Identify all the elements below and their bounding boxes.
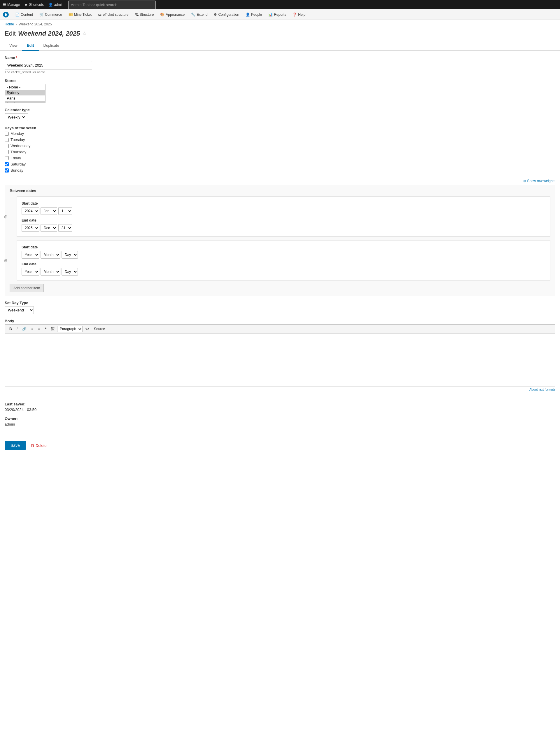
source-button[interactable]: Source <box>92 326 107 332</box>
start-year-select-1[interactable]: 2024 2023 2025 <box>22 207 39 215</box>
start-date-selects-1: 2024 2023 2025 Jan FebMarApr MayJunJul A… <box>22 207 545 215</box>
end-month-select-2[interactable]: Month JanFebMar AprMayJun JulAugSep OctN… <box>41 268 60 275</box>
start-month-select-1[interactable]: Jan FebMarApr MayJunJul AugSepOct NovDec <box>41 207 57 215</box>
admin-toolbar: ☰ Manage ★ Shortcuts 👤 admin <box>0 0 560 9</box>
start-month-select-2[interactable]: Month JanFebMar AprMayJun JulAugSep OctN… <box>41 251 60 258</box>
between-dates-wrapper: Between dates ⊕ Start date 2024 2023 202… <box>0 185 560 296</box>
numbered-list-button[interactable]: ≡ <box>36 326 42 332</box>
calendar-type-field-group: Calendar type Weekly Monthly Daily <box>5 108 555 121</box>
set-day-type-label: Set Day Type <box>5 301 555 305</box>
saturday-checkbox[interactable] <box>5 162 9 166</box>
set-day-type-select[interactable]: Weekend Weekday Holiday <box>5 306 34 314</box>
monday-checkbox[interactable] <box>5 132 9 136</box>
blockquote-button[interactable]: ❝ <box>43 326 48 332</box>
end-year-select-2[interactable]: Year 20242025 <box>22 268 39 275</box>
eticket-icon: 🎟 <box>98 13 101 17</box>
nav-people[interactable]: 👤 People <box>243 9 265 20</box>
drupal-logo[interactable] <box>2 11 9 18</box>
nav-content[interactable]: 📄 Content <box>12 9 36 20</box>
stores-label: Stores <box>5 78 555 83</box>
format-select[interactable]: Paragraph Heading 1 Heading 2 <box>57 326 83 332</box>
user-icon: 👤 <box>48 3 53 7</box>
footer-actions: Save 🗑 Delete <box>0 436 560 455</box>
date-row-2: ⊕ Start date Year 2024 2025 Month JanFeb… <box>10 240 550 280</box>
day-saturday[interactable]: Saturday <box>5 162 555 166</box>
drag-handle-1[interactable]: ⊕ <box>4 214 8 219</box>
delete-button[interactable]: 🗑 Delete <box>30 443 47 448</box>
set-day-type-group: Set Day Type Weekend Weekday Holiday <box>5 301 555 314</box>
start-date-label-2: Start date <box>22 245 545 249</box>
day-thursday[interactable]: Thursday <box>5 150 555 154</box>
page-title: Edit Weekend 2024, 2025 ☆ <box>0 29 560 41</box>
shortcuts-button[interactable]: ★ Shortcuts <box>25 3 44 7</box>
nav-appearance[interactable]: 🎨 Appearance <box>157 9 188 20</box>
code-button[interactable]: <> <box>83 326 91 332</box>
body-editor: B I 🔗 ≡ ≡ ❝ 🖼 Paragraph Heading 1 Headin… <box>5 324 555 387</box>
nav-configuration[interactable]: ⚙ Configuration <box>211 9 242 20</box>
meta-section: Last saved: 03/20/2024 - 03:50 Owner: ad… <box>0 397 560 436</box>
wednesday-checkbox[interactable] <box>5 144 9 148</box>
about-formats-link[interactable]: About text formats <box>529 388 555 391</box>
days-of-week-field-group: Days of the Week Monday Tuesday Wednesda… <box>5 126 555 172</box>
body-content-editable[interactable] <box>5 333 555 386</box>
start-date-selects-2: Year 2024 2025 Month JanFebMar AprMayJun… <box>22 251 545 258</box>
day-tuesday[interactable]: Tuesday <box>5 137 555 142</box>
tab-edit[interactable]: Edit <box>22 41 39 51</box>
editor-toolbar: B I 🔗 ≡ ≡ ❝ 🖼 Paragraph Heading 1 Headin… <box>5 324 555 333</box>
thursday-checkbox[interactable] <box>5 150 9 154</box>
end-day-select-1[interactable]: 115 31 <box>58 224 72 232</box>
appearance-icon: 🎨 <box>160 13 165 17</box>
nav-mine-ticket[interactable]: 🎫 Mine Ticket <box>66 9 95 20</box>
mine-ticket-icon: 🎫 <box>69 13 73 17</box>
nav-commerce[interactable]: 🛒 Commerce <box>36 9 65 20</box>
start-date-label-1: Start date <box>22 201 545 205</box>
bullet-list-button[interactable]: ≡ <box>29 326 35 332</box>
admin-search-input[interactable] <box>68 1 156 9</box>
last-saved-block: Last saved: 03/20/2024 - 03:50 <box>5 402 555 412</box>
calendar-type-wrapper: Weekly Monthly Daily <box>5 113 28 121</box>
manage-button[interactable]: ☰ Manage <box>3 3 20 7</box>
show-row-weights[interactable]: Show row weights <box>0 177 560 185</box>
start-day-select-2[interactable]: Day 11531 <box>62 251 78 258</box>
nav-help[interactable]: ❓ Help <box>290 9 308 20</box>
italic-button[interactable]: I <box>15 326 20 332</box>
start-year-select-2[interactable]: Year 2024 2025 <box>22 251 39 258</box>
day-sunday[interactable]: Sunday <box>5 168 555 172</box>
link-button[interactable]: 🔗 <box>20 326 29 332</box>
breadcrumb-separator: › <box>16 22 17 26</box>
day-wednesday[interactable]: Wednesday <box>5 144 555 148</box>
tab-duplicate[interactable]: Duplicate <box>39 41 64 51</box>
tab-view[interactable]: View <box>5 41 22 51</box>
sunday-checkbox[interactable] <box>5 168 9 172</box>
name-input[interactable] <box>5 61 92 69</box>
end-day-select-2[interactable]: Day 11531 <box>62 268 78 275</box>
owner-value: admin <box>5 422 555 427</box>
manage-icon: ☰ <box>3 3 6 7</box>
drag-handle-2[interactable]: ⊕ <box>4 258 8 263</box>
end-month-select-1[interactable]: JanFebMar AprMayJun JulAugSep OctNov Dec <box>41 224 57 232</box>
home-link[interactable]: Home <box>5 22 14 26</box>
day-monday[interactable]: Monday <box>5 131 555 136</box>
nav-eticket-structure[interactable]: 🎟 eTicket structure <box>95 9 131 20</box>
user-menu[interactable]: 👤 admin <box>48 3 64 7</box>
name-field-group: Name* The eticket_scheduler name. <box>5 55 555 74</box>
start-day-select-1[interactable]: 1 234 51531 <box>58 207 72 215</box>
add-another-item-button[interactable]: Add another item <box>10 284 44 292</box>
calendar-type-select[interactable]: Weekly Monthly Daily <box>7 115 26 120</box>
extend-icon: 🔧 <box>191 13 195 17</box>
owner-block: Owner: admin <box>5 417 555 427</box>
day-friday[interactable]: Friday <box>5 156 555 160</box>
nav-extend[interactable]: 🔧 Extend <box>188 9 210 20</box>
favorite-icon[interactable]: ☆ <box>82 30 87 37</box>
stores-select[interactable]: - None - Sydney Paris London New York <box>5 84 45 103</box>
end-year-select-1[interactable]: 2024 2025 <box>22 224 39 232</box>
bold-button[interactable]: B <box>7 326 14 332</box>
friday-checkbox[interactable] <box>5 156 9 160</box>
end-date-block-2: End date Year 20242025 Month JanFebMar A… <box>22 262 545 275</box>
body-label: Body <box>5 319 555 323</box>
nav-reports[interactable]: 📊 Reports <box>265 9 289 20</box>
tuesday-checkbox[interactable] <box>5 138 9 142</box>
nav-structure[interactable]: 🏗 Structure <box>132 9 157 20</box>
image-button[interactable]: 🖼 <box>49 326 57 332</box>
save-button[interactable]: Save <box>5 441 26 450</box>
